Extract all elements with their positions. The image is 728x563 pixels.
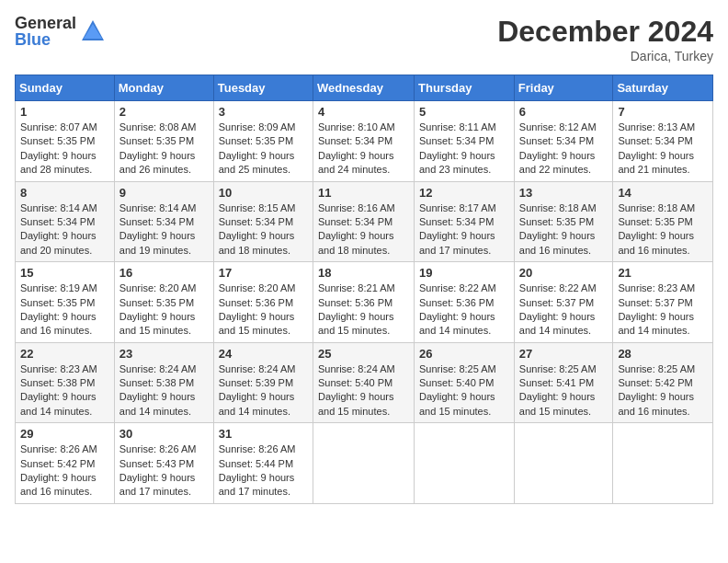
table-row: 30 Sunrise: 8:26 AMSunset: 5:43 PMDaylig…	[114, 423, 213, 504]
table-row: 31 Sunrise: 8:26 AMSunset: 5:44 PMDaylig…	[213, 423, 313, 504]
day-number: 21	[618, 266, 708, 280]
table-row: 22 Sunrise: 8:23 AMSunset: 5:38 PMDaylig…	[16, 342, 115, 423]
table-row: 27 Sunrise: 8:25 AMSunset: 5:41 PMDaylig…	[514, 342, 613, 423]
day-info: Sunrise: 8:25 AMSunset: 5:40 PMDaylight:…	[419, 362, 509, 419]
day-info: Sunrise: 8:24 AMSunset: 5:40 PMDaylight:…	[318, 362, 409, 419]
table-row: 1 Sunrise: 8:07 AMSunset: 5:35 PMDayligh…	[16, 101, 115, 182]
month-title: December 2024	[497, 15, 713, 49]
table-row: 11 Sunrise: 8:16 AMSunset: 5:34 PMDaylig…	[313, 181, 414, 262]
day-number: 17	[219, 266, 308, 280]
day-number: 26	[419, 347, 509, 361]
day-info: Sunrise: 8:14 AMSunset: 5:34 PMDaylight:…	[20, 201, 109, 259]
day-number: 23	[119, 347, 209, 361]
day-info: Sunrise: 8:18 AMSunset: 5:35 PMDaylight:…	[618, 201, 708, 259]
day-info: Sunrise: 8:19 AMSunset: 5:35 PMDaylight:…	[20, 282, 109, 339]
table-row: 14 Sunrise: 8:18 AMSunset: 5:35 PMDaylig…	[613, 181, 713, 262]
table-row: 2 Sunrise: 8:08 AMSunset: 5:35 PMDayligh…	[114, 101, 213, 182]
table-row: 17 Sunrise: 8:20 AMSunset: 5:36 PMDaylig…	[213, 262, 313, 343]
svg-marker-1	[84, 24, 102, 39]
day-number: 29	[20, 427, 109, 441]
day-number: 1	[20, 105, 109, 119]
day-info: Sunrise: 8:11 AMSunset: 5:34 PMDaylight:…	[419, 121, 509, 178]
day-number: 10	[219, 186, 308, 200]
table-row: 8 Sunrise: 8:14 AMSunset: 5:34 PMDayligh…	[16, 181, 115, 262]
table-row: 18 Sunrise: 8:21 AMSunset: 5:36 PMDaylig…	[313, 262, 414, 343]
day-info: Sunrise: 8:14 AMSunset: 5:34 PMDaylight:…	[119, 201, 209, 259]
calendar-table: Sunday Monday Tuesday Wednesday Thursday…	[15, 75, 713, 504]
location: Darica, Turkey	[497, 49, 713, 63]
table-row: 12 Sunrise: 8:17 AMSunset: 5:34 PMDaylig…	[415, 181, 515, 262]
day-info: Sunrise: 8:24 AMSunset: 5:38 PMDaylight:…	[119, 362, 209, 419]
table-row	[415, 423, 515, 504]
table-row: 28 Sunrise: 8:25 AMSunset: 5:42 PMDaylig…	[613, 342, 713, 423]
calendar-week-row: 1 Sunrise: 8:07 AMSunset: 5:35 PMDayligh…	[16, 101, 713, 182]
day-number: 30	[119, 427, 209, 441]
day-info: Sunrise: 8:25 AMSunset: 5:41 PMDaylight:…	[519, 362, 609, 419]
calendar-week-row: 15 Sunrise: 8:19 AMSunset: 5:35 PMDaylig…	[16, 262, 713, 343]
table-row	[613, 423, 713, 504]
day-number: 13	[519, 186, 609, 200]
day-number: 28	[618, 347, 708, 361]
day-number: 20	[519, 266, 609, 280]
header-monday: Monday	[114, 75, 213, 101]
table-row: 10 Sunrise: 8:15 AMSunset: 5:34 PMDaylig…	[213, 181, 313, 262]
day-info: Sunrise: 8:12 AMSunset: 5:34 PMDaylight:…	[519, 121, 609, 178]
table-row: 13 Sunrise: 8:18 AMSunset: 5:35 PMDaylig…	[514, 181, 613, 262]
day-info: Sunrise: 8:20 AMSunset: 5:36 PMDaylight:…	[219, 282, 308, 339]
day-info: Sunrise: 8:17 AMSunset: 5:34 PMDaylight:…	[419, 201, 509, 259]
day-number: 18	[318, 266, 409, 280]
header-friday: Friday	[514, 75, 613, 101]
day-number: 6	[519, 105, 609, 119]
day-info: Sunrise: 8:18 AMSunset: 5:35 PMDaylight:…	[519, 201, 609, 259]
table-row: 4 Sunrise: 8:10 AMSunset: 5:34 PMDayligh…	[313, 101, 414, 182]
day-info: Sunrise: 8:23 AMSunset: 5:37 PMDaylight:…	[618, 282, 708, 339]
day-number: 16	[119, 266, 209, 280]
table-row	[514, 423, 613, 504]
day-number: 22	[20, 347, 109, 361]
day-number: 12	[419, 186, 509, 200]
calendar-week-row: 29 Sunrise: 8:26 AMSunset: 5:42 PMDaylig…	[16, 423, 713, 504]
header-sunday: Sunday	[16, 75, 115, 101]
day-info: Sunrise: 8:21 AMSunset: 5:36 PMDaylight:…	[318, 282, 409, 339]
table-row: 19 Sunrise: 8:22 AMSunset: 5:36 PMDaylig…	[415, 262, 515, 343]
table-row: 7 Sunrise: 8:13 AMSunset: 5:34 PMDayligh…	[613, 101, 713, 182]
day-number: 27	[519, 347, 609, 361]
day-number: 14	[618, 186, 708, 200]
header-wednesday: Wednesday	[313, 75, 414, 101]
day-info: Sunrise: 8:13 AMSunset: 5:34 PMDaylight:…	[618, 121, 708, 178]
day-info: Sunrise: 8:25 AMSunset: 5:42 PMDaylight:…	[618, 362, 708, 419]
logo-blue-text: Blue	[15, 31, 76, 48]
day-number: 19	[419, 266, 509, 280]
table-row: 15 Sunrise: 8:19 AMSunset: 5:35 PMDaylig…	[16, 262, 115, 343]
calendar-header-row: Sunday Monday Tuesday Wednesday Thursday…	[16, 75, 713, 101]
day-number: 11	[318, 186, 409, 200]
table-row: 26 Sunrise: 8:25 AMSunset: 5:40 PMDaylig…	[415, 342, 515, 423]
day-number: 25	[318, 347, 409, 361]
logo-general-text: General	[15, 15, 76, 31]
header-thursday: Thursday	[415, 75, 515, 101]
table-row: 6 Sunrise: 8:12 AMSunset: 5:34 PMDayligh…	[514, 101, 613, 182]
calendar-week-row: 22 Sunrise: 8:23 AMSunset: 5:38 PMDaylig…	[16, 342, 713, 423]
day-info: Sunrise: 8:08 AMSunset: 5:35 PMDaylight:…	[119, 121, 209, 178]
day-info: Sunrise: 8:22 AMSunset: 5:37 PMDaylight:…	[519, 282, 609, 339]
logo-icon	[80, 18, 106, 44]
table-row: 29 Sunrise: 8:26 AMSunset: 5:42 PMDaylig…	[16, 423, 115, 504]
day-info: Sunrise: 8:20 AMSunset: 5:35 PMDaylight:…	[119, 282, 209, 339]
day-number: 31	[219, 427, 308, 441]
day-info: Sunrise: 8:26 AMSunset: 5:42 PMDaylight:…	[20, 442, 109, 500]
day-info: Sunrise: 8:07 AMSunset: 5:35 PMDaylight:…	[20, 121, 109, 178]
table-row: 21 Sunrise: 8:23 AMSunset: 5:37 PMDaylig…	[613, 262, 713, 343]
table-row: 23 Sunrise: 8:24 AMSunset: 5:38 PMDaylig…	[114, 342, 213, 423]
day-number: 5	[419, 105, 509, 119]
day-info: Sunrise: 8:26 AMSunset: 5:43 PMDaylight:…	[119, 442, 209, 500]
day-info: Sunrise: 8:26 AMSunset: 5:44 PMDaylight:…	[219, 442, 308, 500]
day-number: 4	[318, 105, 409, 119]
page-header: General Blue December 2024 Darica, Turke…	[15, 15, 713, 63]
table-row: 9 Sunrise: 8:14 AMSunset: 5:34 PMDayligh…	[114, 181, 213, 262]
day-number: 2	[119, 105, 209, 119]
title-block: December 2024 Darica, Turkey	[497, 15, 713, 63]
table-row: 3 Sunrise: 8:09 AMSunset: 5:35 PMDayligh…	[213, 101, 313, 182]
table-row: 25 Sunrise: 8:24 AMSunset: 5:40 PMDaylig…	[313, 342, 414, 423]
day-info: Sunrise: 8:09 AMSunset: 5:35 PMDaylight:…	[219, 121, 308, 178]
day-number: 15	[20, 266, 109, 280]
